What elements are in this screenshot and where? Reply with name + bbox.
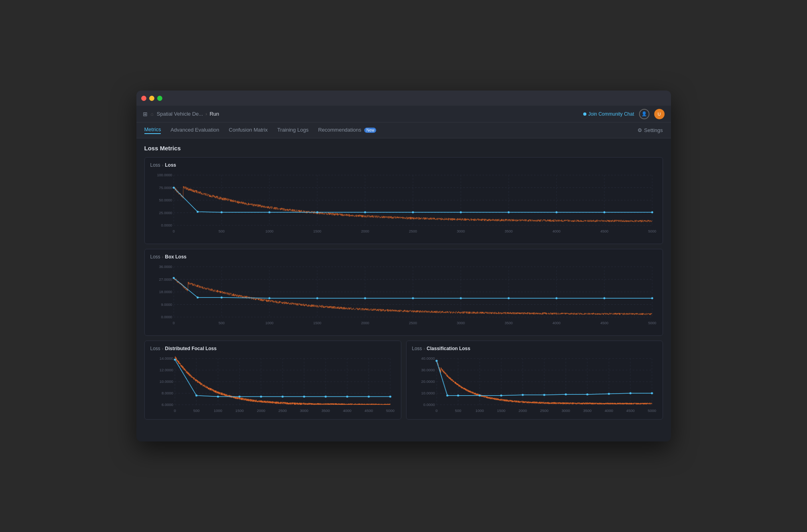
user-avatar-outline[interactable]: 👤 [639,109,649,119]
chart-classification-loss: Loss › Classification Loss [406,341,663,420]
chart-distributed-focal-loss: Loss › Distributed Focal Loss [144,341,401,420]
tab-training-logs[interactable]: Training Logs [277,127,308,134]
titlebar [136,91,671,106]
recommendations-badge: New [364,128,376,133]
minimize-button[interactable] [149,96,154,101]
user-avatar[interactable]: U [654,109,665,119]
tab-advanced-evaluation[interactable]: Advanced Evaluation [170,127,219,134]
app-window: ⊞ ⌂ Spatial Vehicle De... › Run Join Com… [136,91,671,441]
breadcrumb-sep: › [205,111,207,117]
traffic-lights [141,96,162,101]
chart-loss-title: Loss › Loss [150,162,657,168]
chart-cls-title: Loss › Classification Loss [412,346,657,351]
topbar-right: Join Community Chat 👤 U [583,109,665,119]
tab-confusion-matrix[interactable]: Confusion Matrix [229,127,268,134]
chart-box-loss: Loss › Box Loss [144,249,663,336]
topbar: ⊞ ⌂ Spatial Vehicle De... › Run Join Com… [136,106,671,122]
close-button[interactable] [141,96,146,101]
chart-dfl-title: Loss › Distributed Focal Loss [150,346,395,351]
app-icon: ⊞ [143,111,148,117]
community-chat-button[interactable]: Join Community Chat [583,111,634,117]
chart-box-loss-title: Loss › Box Loss [150,254,657,260]
settings-button[interactable]: ⚙ Settings [637,127,663,133]
chart-loss: Loss › Loss [144,157,663,244]
breadcrumb: Spatial Vehicle De... › Run [157,111,219,117]
section-title: Loss Metrics [144,145,663,152]
home-icon[interactable]: ⌂ [151,111,154,117]
maximize-button[interactable] [157,96,162,101]
tab-metrics[interactable]: Metrics [144,126,161,134]
chart-row-bottom: Loss › Distributed Focal Loss Loss › Cla… [144,341,663,420]
community-chat-label: Join Community Chat [588,111,634,117]
settings-icon: ⚙ [637,127,642,133]
breadcrumb-project[interactable]: Spatial Vehicle De... [157,111,203,117]
main-content: Loss Metrics Loss › Loss Loss › Box Loss [136,138,671,441]
box-loss-chart-container [150,263,657,331]
tab-recommendations[interactable]: Recommendations New [318,127,376,134]
breadcrumb-current: Run [209,111,219,117]
chat-dot [583,112,586,116]
loss-chart-container [150,171,657,239]
nav-tabs: Metrics Advanced Evaluation Confusion Ma… [136,122,671,138]
